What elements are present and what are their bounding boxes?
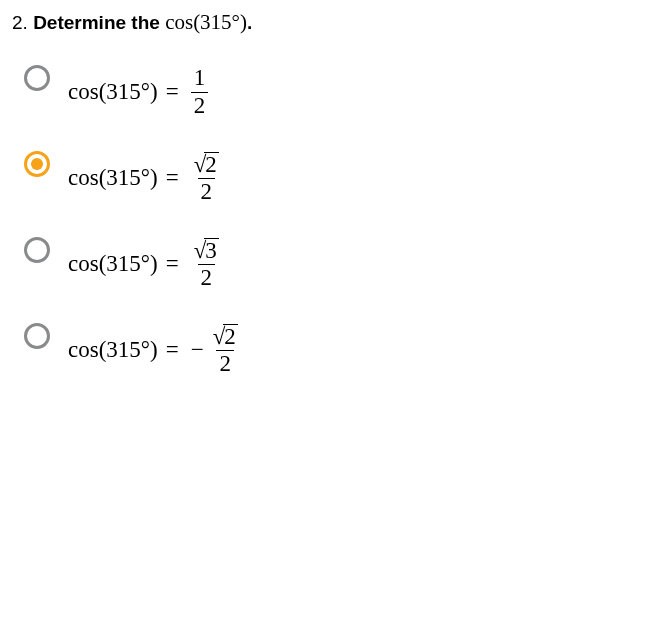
numerator: √ 3 — [191, 238, 222, 263]
lhs-arg: (315°) — [99, 79, 158, 105]
radical-icon: √ — [213, 325, 226, 349]
question-prompt: 2. Determine the cos(315°). — [12, 10, 636, 35]
lhs-func: cos — [68, 337, 99, 363]
equals-sign: = — [166, 337, 179, 363]
numerator: √ 2 — [210, 324, 241, 349]
lhs-arg: (315°) — [99, 251, 158, 277]
radio-option-1[interactable] — [24, 65, 50, 91]
radio-dot-icon — [31, 158, 43, 170]
question-math-arg: (315°) — [193, 10, 247, 34]
negative-sign: − — [191, 337, 204, 363]
lhs-arg: (315°) — [99, 337, 158, 363]
fraction: √ 2 2 — [210, 324, 241, 375]
numerator: √ 2 — [191, 152, 222, 177]
question-text-bold: Determine the — [33, 12, 160, 33]
lhs-func: cos — [68, 79, 99, 105]
radio-option-3[interactable] — [24, 237, 50, 263]
equals-sign: = — [166, 165, 179, 191]
option-1[interactable]: cos(315°) = 1 2 — [24, 63, 636, 121]
denominator: 2 — [191, 92, 209, 118]
fraction: √ 2 2 — [191, 152, 222, 203]
sqrt: √ 2 — [213, 324, 238, 348]
sqrt: √ 3 — [194, 238, 219, 262]
question-period: . — [247, 12, 252, 33]
lhs-func: cos — [68, 165, 99, 191]
radical-icon: √ — [194, 239, 207, 263]
option-2[interactable]: cos(315°) = √ 2 2 — [24, 149, 636, 207]
option-4-math: cos(315°) = − √ 2 2 — [68, 324, 241, 375]
radicand: 2 — [204, 152, 219, 176]
sqrt: √ 2 — [194, 152, 219, 176]
radio-option-2[interactable] — [24, 151, 50, 177]
lhs-arg: (315°) — [99, 165, 158, 191]
lhs-func: cos — [68, 251, 99, 277]
option-2-math: cos(315°) = √ 2 2 — [68, 152, 222, 203]
question-math-func: cos — [165, 10, 193, 34]
fraction: √ 3 2 — [191, 238, 222, 289]
equals-sign: = — [166, 79, 179, 105]
numerator: 1 — [191, 66, 209, 91]
radicand: 2 — [223, 324, 238, 348]
option-3-math: cos(315°) = √ 3 2 — [68, 238, 222, 289]
question-math: cos(315°) — [165, 10, 247, 34]
radical-icon: √ — [194, 153, 207, 177]
denominator: 2 — [216, 350, 234, 376]
radio-option-4[interactable] — [24, 323, 50, 349]
question-number: 2. — [12, 12, 28, 33]
denominator: 2 — [198, 264, 216, 290]
denominator: 2 — [198, 178, 216, 204]
options-group: cos(315°) = 1 2 cos(315°) = √ 2 2 — [24, 63, 636, 379]
radicand: 3 — [204, 238, 219, 262]
fraction: 1 2 — [191, 66, 209, 117]
equals-sign: = — [166, 251, 179, 277]
option-4[interactable]: cos(315°) = − √ 2 2 — [24, 321, 636, 379]
option-1-math: cos(315°) = 1 2 — [68, 66, 208, 117]
option-3[interactable]: cos(315°) = √ 3 2 — [24, 235, 636, 293]
